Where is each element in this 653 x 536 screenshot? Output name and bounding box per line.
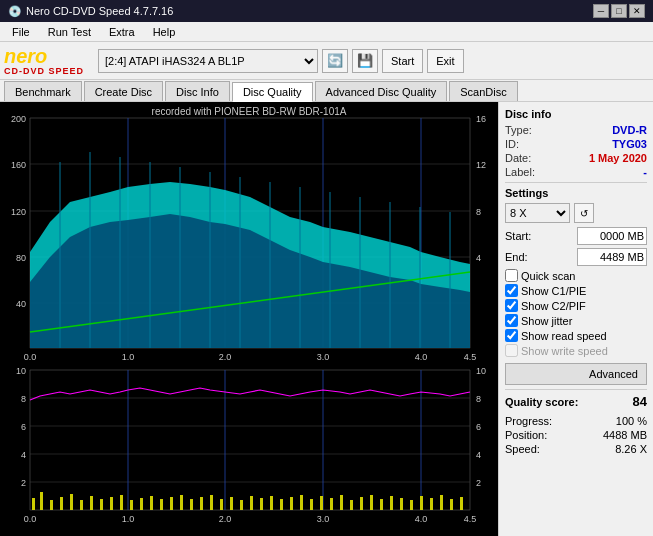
svg-text:8: 8 (21, 394, 26, 404)
disc-id-label: ID: (505, 138, 519, 150)
show-write-speed-checkbox[interactable] (505, 344, 518, 357)
svg-rect-80 (240, 500, 243, 510)
disc-info-title: Disc info (505, 108, 647, 120)
svg-rect-86 (300, 495, 303, 510)
svg-text:2: 2 (21, 478, 26, 488)
svg-text:40: 40 (16, 299, 26, 309)
start-field-label: Start: (505, 230, 531, 242)
disc-id-row: ID: TYG03 (505, 138, 647, 150)
speed-label: Speed: (505, 443, 540, 455)
advanced-button[interactable]: Advanced (505, 363, 647, 385)
position-label: Position: (505, 429, 547, 441)
svg-text:12: 12 (476, 160, 486, 170)
svg-rect-84 (280, 499, 283, 510)
svg-rect-70 (140, 498, 143, 510)
chart-area: recorded with PIONEER BD-RW BDR-101A (0, 102, 498, 536)
disc-date-value: 1 May 2020 (589, 152, 647, 164)
close-button[interactable]: ✕ (629, 4, 645, 18)
menu-help[interactable]: Help (145, 24, 184, 40)
svg-rect-77 (210, 495, 213, 510)
svg-rect-90 (340, 495, 343, 510)
save-button[interactable]: 💾 (352, 49, 378, 73)
tab-disc-info[interactable]: Disc Info (165, 81, 230, 101)
speed-settings-row: 8 X ↺ (505, 203, 647, 223)
show-c1pie-checkbox[interactable] (505, 284, 518, 297)
svg-rect-76 (200, 497, 203, 510)
show-write-speed-row: Show write speed (505, 344, 647, 357)
start-button[interactable]: Start (382, 49, 423, 73)
svg-rect-62 (60, 497, 63, 510)
svg-rect-63 (70, 494, 73, 510)
svg-text:4.5: 4.5 (464, 352, 477, 362)
titlebar-title: 💿 Nero CD-DVD Speed 4.7.7.16 (8, 5, 173, 18)
tab-disc-quality[interactable]: Disc Quality (232, 82, 313, 102)
progress-row: Progress: 100 % (505, 415, 647, 427)
refresh-button[interactable]: 🔄 (322, 49, 348, 73)
svg-rect-101 (450, 499, 453, 510)
tab-create-disc[interactable]: Create Disc (84, 81, 163, 101)
tab-scandisc[interactable]: ScanDisc (449, 81, 517, 101)
menubar: File Run Test Extra Help (0, 22, 653, 42)
svg-text:2.0: 2.0 (219, 514, 232, 524)
svg-text:2.0: 2.0 (219, 352, 232, 362)
speed-select[interactable]: 8 X (505, 203, 570, 223)
titlebar: 💿 Nero CD-DVD Speed 4.7.7.16 ─ □ ✕ (0, 0, 653, 22)
svg-text:10: 10 (16, 366, 26, 376)
show-c2pif-label: Show C2/PIF (521, 300, 586, 312)
menu-extra[interactable]: Extra (101, 24, 143, 40)
minimize-button[interactable]: ─ (593, 4, 609, 18)
disc-type-row: Type: DVD-R (505, 124, 647, 136)
svg-rect-96 (400, 498, 403, 510)
titlebar-title-text: Nero CD-DVD Speed 4.7.7.16 (26, 5, 173, 17)
progress-section: Progress: 100 % Position: 4488 MB Speed:… (505, 415, 647, 455)
start-field-input[interactable] (577, 227, 647, 245)
toolbar: nero CD-DVD SPEED [2:4] ATAPI iHAS324 A … (0, 42, 653, 80)
position-value: 4488 MB (603, 429, 647, 441)
disc-type-label: Type: (505, 124, 532, 136)
svg-rect-97 (410, 500, 413, 510)
show-read-speed-row: Show read speed (505, 329, 647, 342)
svg-text:4.0: 4.0 (415, 352, 428, 362)
drive-select[interactable]: [2:4] ATAPI iHAS324 A BL1P (98, 49, 318, 73)
quick-scan-checkbox[interactable] (505, 269, 518, 282)
svg-rect-75 (190, 499, 193, 510)
svg-rect-82 (260, 498, 263, 510)
tab-benchmark[interactable]: Benchmark (4, 81, 82, 101)
svg-text:6: 6 (21, 422, 26, 432)
end-field-row: End: (505, 248, 647, 266)
app-icon: 💿 (8, 5, 22, 18)
svg-text:4.0: 4.0 (415, 514, 428, 524)
show-jitter-checkbox[interactable] (505, 314, 518, 327)
disc-type-value: DVD-R (612, 124, 647, 136)
menu-file[interactable]: File (4, 24, 38, 40)
tab-advanced-disc-quality[interactable]: Advanced Disc Quality (315, 81, 448, 101)
show-c2pif-checkbox[interactable] (505, 299, 518, 312)
show-jitter-row: Show jitter (505, 314, 647, 327)
svg-rect-92 (360, 497, 363, 510)
svg-text:1.0: 1.0 (122, 352, 135, 362)
settings-refresh-btn[interactable]: ↺ (574, 203, 594, 223)
maximize-button[interactable]: □ (611, 4, 627, 18)
svg-text:8: 8 (476, 207, 481, 217)
titlebar-controls: ─ □ ✕ (593, 4, 645, 18)
svg-rect-81 (250, 496, 253, 510)
menu-run-test[interactable]: Run Test (40, 24, 99, 40)
progress-label: Progress: (505, 415, 552, 427)
quality-score-row: Quality score: 84 (505, 394, 647, 409)
svg-text:4: 4 (21, 450, 26, 460)
exit-button[interactable]: Exit (427, 49, 463, 73)
show-c1pie-row: Show C1/PIE (505, 284, 647, 297)
svg-text:120: 120 (11, 207, 26, 217)
show-read-speed-label: Show read speed (521, 330, 607, 342)
svg-rect-78 (220, 499, 223, 510)
show-read-speed-checkbox[interactable] (505, 329, 518, 342)
svg-rect-99 (430, 498, 433, 510)
svg-text:6: 6 (476, 422, 481, 432)
svg-rect-102 (460, 497, 463, 510)
nero-logo: nero CD-DVD SPEED (4, 46, 84, 76)
main-content: recorded with PIONEER BD-RW BDR-101A (0, 102, 653, 536)
svg-rect-74 (180, 495, 183, 510)
svg-text:4: 4 (476, 253, 481, 263)
end-field-input[interactable] (577, 248, 647, 266)
speed-row: Speed: 8.26 X (505, 443, 647, 455)
